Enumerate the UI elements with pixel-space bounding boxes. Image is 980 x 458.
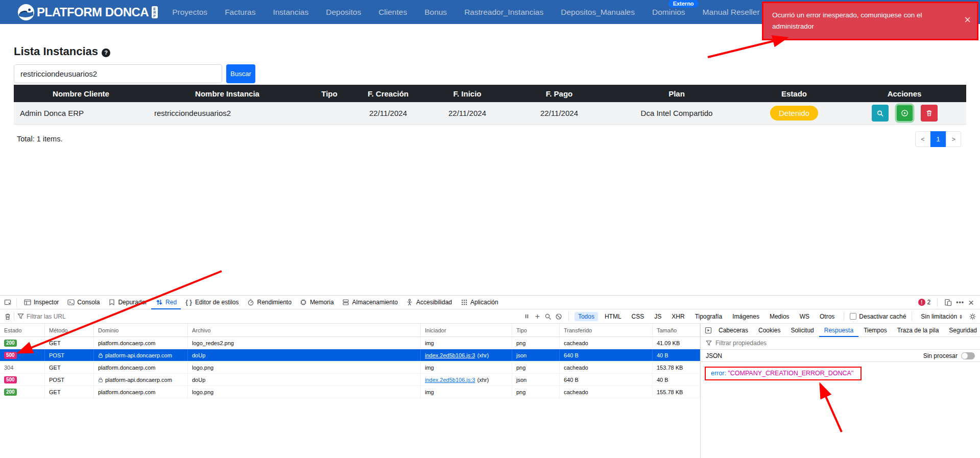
nav-item-depositos-manuales[interactable]: Depositos_Manuales bbox=[561, 8, 635, 17]
filter-ws[interactable]: WS bbox=[796, 312, 813, 321]
disable-cache-checkbox[interactable]: Desactivar caché bbox=[850, 313, 906, 320]
net-col-metodo[interactable]: Método bbox=[45, 324, 94, 336]
start-instance-button[interactable] bbox=[897, 105, 913, 121]
throttling-select[interactable]: Sin limitación ▲▼ bbox=[918, 313, 966, 320]
net-col-estado[interactable]: Estado bbox=[0, 324, 45, 336]
tab-label: Red bbox=[165, 299, 177, 306]
clear-requests-icon[interactable] bbox=[4, 312, 11, 320]
tab-inspector[interactable]: Inspector bbox=[19, 296, 63, 309]
tab-seguridad[interactable]: Seguridad bbox=[944, 324, 980, 337]
block-request-icon[interactable] bbox=[555, 312, 563, 320]
col-header-estado: Estado bbox=[746, 85, 843, 102]
search-requests-icon[interactable] bbox=[544, 312, 552, 320]
brand[interactable]: PLATFORM DONCA ERP bbox=[17, 4, 158, 21]
memory-chip-icon bbox=[300, 299, 307, 306]
add-request-icon[interactable]: + bbox=[534, 312, 541, 320]
filter-js[interactable]: JS bbox=[651, 312, 665, 321]
brand-title: PLATFORM DONCA bbox=[37, 5, 149, 19]
tab-solicitud[interactable]: Solicitud bbox=[785, 324, 819, 337]
pagination-page-1[interactable]: 1 bbox=[930, 131, 946, 147]
nav-item-rastreador-instancias[interactable]: Rastreador_Instancias bbox=[464, 8, 543, 17]
filter-todos[interactable]: Todos bbox=[575, 312, 598, 321]
responsive-mode-icon[interactable] bbox=[944, 299, 952, 306]
magnifier-icon bbox=[876, 109, 884, 117]
pick-element-icon[interactable] bbox=[4, 299, 12, 306]
style-editor-icon: { } bbox=[185, 299, 193, 306]
search-button[interactable]: Buscar bbox=[226, 64, 255, 83]
method: POST bbox=[45, 349, 94, 361]
close-devtools-icon[interactable]: × bbox=[968, 298, 974, 307]
nav-item-proyectos[interactable]: Proyectos bbox=[172, 8, 207, 17]
pagination-next-button[interactable]: > bbox=[946, 131, 961, 147]
nav-item-facturas[interactable]: Facturas bbox=[225, 8, 255, 17]
nav-item-instancias[interactable]: Instancias bbox=[273, 8, 308, 17]
url-filter-input[interactable]: Filtrar las URL bbox=[27, 313, 66, 320]
nav-item-dominios[interactable]: Dominios Externo bbox=[652, 8, 685, 17]
network-settings-gear-icon[interactable] bbox=[969, 312, 976, 320]
view-instance-button[interactable] bbox=[872, 105, 889, 122]
filter-xhr[interactable]: XHR bbox=[668, 312, 688, 321]
close-icon[interactable]: × bbox=[964, 14, 971, 26]
filter-css[interactable]: CSS bbox=[628, 312, 648, 321]
search-input[interactable] bbox=[14, 64, 222, 83]
net-col-tipo[interactable]: Tipo bbox=[512, 324, 560, 336]
initiator-link[interactable]: index.2ed5b106.js:3 bbox=[425, 374, 475, 385]
tab-respuesta[interactable]: Respuesta bbox=[819, 324, 858, 337]
tab-depurador[interactable]: Depurador bbox=[104, 296, 151, 309]
filter-imagenes[interactable]: Imágenes bbox=[729, 312, 763, 321]
cell-tipo bbox=[306, 102, 352, 124]
tab-red[interactable]: Red bbox=[151, 296, 181, 309]
network-request-row-selected[interactable]: 500 POST platform-api.doncaerp.com doUp … bbox=[0, 349, 700, 361]
tab-accesibilidad[interactable]: Accesibilidad bbox=[402, 296, 456, 309]
nav-item-clientes[interactable]: Clientes bbox=[378, 8, 407, 17]
raw-toggle[interactable] bbox=[961, 352, 975, 359]
file: logo.png bbox=[188, 361, 421, 373]
filter-html[interactable]: HTML bbox=[601, 312, 625, 321]
help-icon[interactable]: ? bbox=[102, 49, 110, 57]
tab-memoria[interactable]: Memoria bbox=[296, 296, 338, 309]
tab-consola[interactable]: Consola bbox=[63, 296, 104, 309]
filter-otros[interactable]: Otros bbox=[816, 312, 838, 321]
delete-instance-button[interactable] bbox=[921, 105, 938, 122]
tab-rendimiento[interactable]: Rendimiento bbox=[243, 296, 296, 309]
net-col-transferido[interactable]: Transferido bbox=[560, 324, 653, 336]
network-request-row[interactable]: 200 GET platform.doncaerp.com logo.png i… bbox=[0, 386, 700, 398]
inspector-icon bbox=[23, 299, 31, 306]
net-col-archivo[interactable]: Archivo bbox=[188, 324, 421, 336]
separator bbox=[937, 298, 938, 307]
status-badge: Detenido bbox=[770, 106, 818, 120]
tab-cabeceras[interactable]: Cabeceras bbox=[713, 324, 753, 337]
size: 41.09 KB bbox=[653, 337, 700, 349]
initiator-link[interactable]: index.2ed5b106.js:3 bbox=[425, 349, 475, 361]
tab-traza-de-la-pila[interactable]: Traza de la pila bbox=[892, 324, 944, 337]
net-col-iniciador[interactable]: Iniciador bbox=[421, 324, 512, 336]
devtools-menu-icon[interactable]: ••• bbox=[956, 299, 964, 306]
transferred: cacheado bbox=[560, 337, 653, 349]
filter-tipografia[interactable]: Tipografía bbox=[691, 312, 726, 321]
filter-medios[interactable]: Medios bbox=[766, 312, 793, 321]
tab-aplicacion[interactable]: Aplicación bbox=[456, 296, 503, 309]
pause-icon[interactable] bbox=[523, 312, 531, 320]
nav-item-bonus[interactable]: Bonus bbox=[424, 8, 447, 17]
tab-label: Accesibilidad bbox=[416, 299, 452, 306]
network-request-row[interactable]: 500 POST platform-api.doncaerp.com doUp … bbox=[0, 374, 700, 386]
error-count-badge[interactable]: ! 2 bbox=[918, 299, 931, 306]
file: doUp bbox=[188, 374, 421, 385]
separator bbox=[16, 298, 17, 307]
method: GET bbox=[45, 361, 94, 373]
tab-almacenamiento[interactable]: Almacenamiento bbox=[338, 296, 402, 309]
separator bbox=[912, 312, 912, 321]
net-col-dominio[interactable]: Dominio bbox=[94, 324, 188, 336]
properties-filter-input[interactable]: Filtrar propiedades bbox=[701, 337, 980, 350]
pagination-prev-button[interactable]: < bbox=[915, 131, 930, 147]
tab-cookies[interactable]: Cookies bbox=[753, 324, 785, 337]
nav-item-depositos[interactable]: Depositos bbox=[326, 8, 361, 17]
tab-editor-estilos[interactable]: { } Editor de estilos bbox=[181, 296, 243, 309]
network-request-row[interactable]: 304 GET platform.doncaerp.com logo.png i… bbox=[0, 361, 700, 374]
tab-tiempos[interactable]: Tiempos bbox=[858, 324, 892, 337]
expand-panel-icon[interactable] bbox=[704, 326, 712, 334]
size: 40 B bbox=[653, 349, 700, 361]
nav-item-manual-reseller[interactable]: Manual Reseller bbox=[703, 8, 760, 17]
network-request-row[interactable]: 200 GET platform.doncaerp.com logo_redes… bbox=[0, 337, 700, 349]
net-col-tamano[interactable]: Tamaño bbox=[653, 324, 700, 336]
